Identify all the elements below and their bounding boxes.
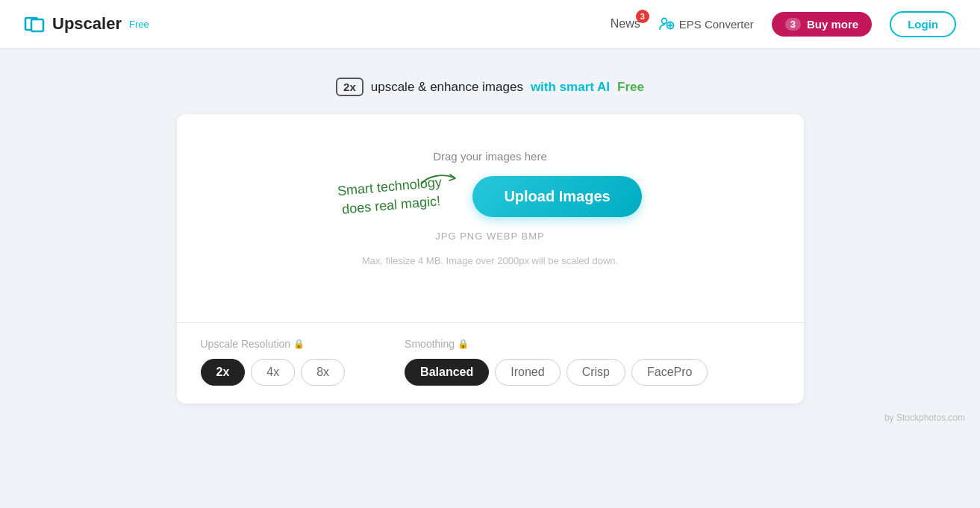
tagline-ai-text: with smart AI [531,80,610,95]
resolution-2x-button[interactable]: 2x [201,359,246,386]
filesize-text: Max. filesize 4 MB. Image over 2000px wi… [362,255,618,266]
upscale-badge: 2x [336,78,363,96]
handwritten-text-block: Smart technology does real magic! [338,178,443,215]
credits-count: 3 [785,18,801,31]
svg-rect-1 [31,19,43,31]
header-left: Upscaler Free [24,13,149,34]
news-link[interactable]: News 3 [611,17,640,31]
resolution-lock-icon: 🔒 [293,339,305,349]
resolution-label: Upscale Resolution 🔒 [201,338,346,350]
logo-text: Upscaler [52,14,122,34]
upload-card: Drag your images here Smart technology d… [177,114,804,404]
smoothing-balanced-button[interactable]: Balanced [405,359,489,386]
footer-attribution: by Stockphotos.com [338,413,965,423]
resolution-4x-button[interactable]: 4x [251,359,295,386]
arrow-icon [420,170,458,188]
resolution-group: Upscale Resolution 🔒 2x 4x 8x [201,338,346,386]
buy-more-label: Buy more [807,18,858,31]
login-button[interactable]: Login [890,11,956,37]
header-right: News 3 EPS Converter 3 Buy more Login [611,11,956,37]
smoothing-label: Smoothing 🔒 [405,338,708,350]
eps-icon [658,16,675,32]
svg-point-2 [661,19,667,24]
news-badge: 3 [636,10,649,23]
resolution-btn-group: 2x 4x 8x [201,359,346,386]
tagline-free-text: Free [617,80,644,95]
smoothing-ironed-button[interactable]: Ironed [495,359,560,386]
upload-center: Smart technology does real magic! Upload… [338,176,641,217]
logo-icon [24,13,45,34]
tagline-main-text: upscale & enhance images [371,80,523,95]
smoothing-btn-group: Balanced Ironed Crisp FacePro [405,359,708,386]
eps-converter-label: EPS Converter [679,18,754,31]
upload-area: Drag your images here Smart technology d… [177,114,804,323]
free-badge: Free [129,19,149,30]
header: Upscaler Free News 3 EPS Converter 3 Buy… [0,0,980,48]
buy-more-button[interactable]: 3 Buy more [772,12,872,37]
settings-bar: Upscale Resolution 🔒 2x 4x 8x Smoothing … [177,323,804,404]
upload-images-button[interactable]: Upload Images [472,176,641,217]
main-content: 2x upscale & enhance images with smart A… [0,48,980,438]
smoothing-facepro-button[interactable]: FacePro [631,359,708,386]
eps-converter-link[interactable]: EPS Converter [658,16,754,32]
formats-text: JPG PNG WEBP BMP [435,231,545,242]
smoothing-lock-icon: 🔒 [458,339,469,349]
tagline: 2x upscale & enhance images with smart A… [336,78,644,96]
drag-text: Drag your images here [433,150,547,163]
resolution-8x-button[interactable]: 8x [301,359,345,386]
smoothing-group: Smoothing 🔒 Balanced Ironed Crisp FacePr… [405,338,708,386]
smoothing-crisp-button[interactable]: Crisp [567,359,625,386]
